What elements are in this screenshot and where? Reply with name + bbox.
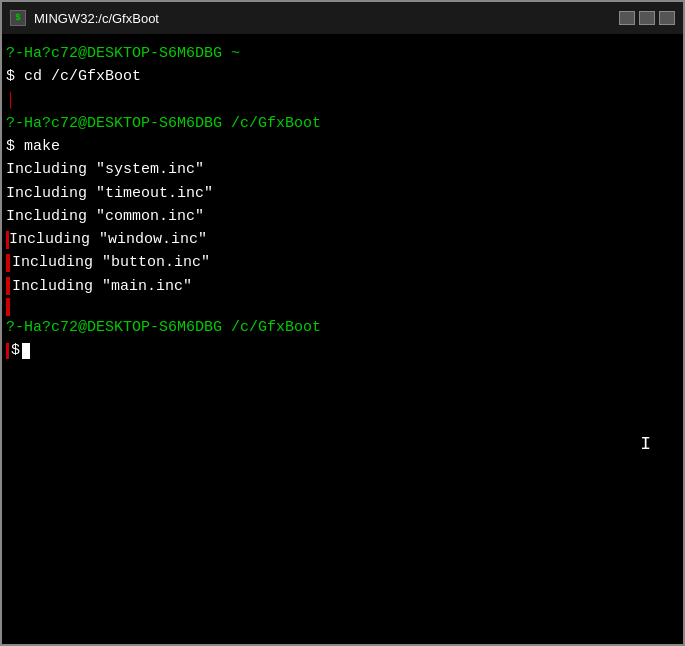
terminal-line: Including "common.inc" [6, 205, 679, 228]
minimize-button[interactable] [619, 11, 635, 25]
prompt-text: ?-Ha?c72@DESKTOP-S6M6DBG /c/GfxBoot [6, 112, 321, 135]
window-title: MINGW32:/c/GfxBoot [34, 11, 611, 26]
terminal-line [6, 298, 679, 316]
command-text: $ cd /c/GfxBoot [6, 65, 141, 88]
include-text: Including "main.inc" [12, 275, 192, 298]
maximize-button[interactable] [639, 11, 655, 25]
include-text: Including "button.inc" [12, 251, 210, 274]
prompt-text: ?-Ha?c72@DESKTOP-S6M6DBG ~ [6, 42, 240, 65]
include-text: Including "window.inc" [9, 228, 207, 251]
terminal-line: ?-Ha?c72@DESKTOP-S6M6DBG /c/GfxBoot [6, 316, 679, 339]
window-controls [619, 11, 675, 25]
title-bar: $ MINGW32:/c/GfxBoot [2, 2, 683, 34]
terminal-cursor-line: $ [6, 339, 679, 362]
command-text: $ make [6, 135, 60, 158]
terminal-line: ?-Ha?c72@DESKTOP-S6M6DBG ~ [6, 42, 679, 65]
window-icon: $ [10, 10, 26, 26]
prompt-dollar: $ [11, 339, 20, 362]
include-text: Including "system.inc" [6, 158, 204, 181]
terminal-line: Including "window.inc" [6, 228, 679, 251]
terminal-line: $ cd /c/GfxBoot [6, 65, 679, 88]
terminal-line: Including "main.inc" [6, 275, 679, 298]
mouse-cursor: I [640, 434, 651, 454]
terminal-cursor [22, 343, 30, 359]
close-button[interactable] [659, 11, 675, 25]
terminal-line: ?-Ha?c72@DESKTOP-S6M6DBG /c/GfxBoot [6, 112, 679, 135]
terminal-window: $ MINGW32:/c/GfxBoot ?-Ha?c72@DESKTOP-S6… [0, 0, 685, 646]
include-text: Including "common.inc" [6, 205, 204, 228]
terminal-line: $ make [6, 135, 679, 158]
terminal-line: Including "timeout.inc" [6, 182, 679, 205]
terminal-body[interactable]: ?-Ha?c72@DESKTOP-S6M6DBG ~ $ cd /c/GfxBo… [2, 34, 683, 644]
prompt-text: ?-Ha?c72@DESKTOP-S6M6DBG /c/GfxBoot [6, 316, 321, 339]
terminal-line: Including "system.inc" [6, 158, 679, 181]
include-text: Including "timeout.inc" [6, 182, 213, 205]
terminal-line: │ [6, 89, 679, 112]
terminal-line: Including "button.inc" [6, 251, 679, 274]
